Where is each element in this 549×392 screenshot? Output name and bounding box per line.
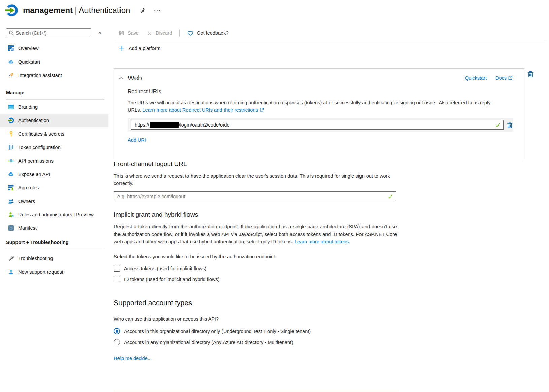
divider (6, 99, 104, 100)
person-check-icon (8, 212, 14, 218)
external-link-icon (260, 108, 264, 112)
next-section-divider (114, 391, 397, 391)
front-channel-section: Front-channel logout URL This is where w… (114, 160, 397, 201)
sidebar-item-label: Authentication (18, 118, 49, 123)
sidebar-item-label: API permissions (18, 158, 54, 164)
save-button[interactable]: Save (118, 30, 139, 36)
heart-icon (187, 30, 194, 36)
support-person-icon (8, 269, 14, 275)
redacted-domain (150, 122, 179, 128)
radio-label: Accounts in any organizational directory… (124, 340, 293, 345)
single-tenant-radio[interactable] (114, 328, 120, 334)
browser-icon: www (8, 104, 14, 110)
sidebar-item-label: Overview (18, 46, 38, 51)
app-name: management (23, 6, 73, 15)
cloud-lightning-icon (8, 59, 14, 65)
platform-title: Web (128, 74, 142, 82)
search-input[interactable] (16, 29, 89, 37)
sidebar-item-label: Quickstart (18, 59, 40, 65)
tokens-learn-more-link[interactable]: Learn more about tokens. (295, 239, 350, 244)
account-types-question: Who can use this application or access t… (114, 315, 397, 323)
discard-button[interactable]: Discard (147, 30, 172, 36)
feedback-label: Got feedback? (197, 30, 228, 36)
page-title: management|Authentication (23, 6, 130, 15)
sidebar-item-overview[interactable]: Overview (0, 42, 108, 55)
sidebar-item-branding[interactable]: www Branding (0, 100, 108, 114)
close-icon (147, 30, 152, 36)
docs-link[interactable]: Docs (495, 75, 507, 81)
id-tokens-checkbox-row[interactable]: ID tokens (used for implicit and hybrid … (114, 276, 397, 282)
quickstart-link[interactable]: Quickstart (465, 75, 487, 81)
chevron-up-icon[interactable] (118, 76, 124, 81)
sliders-icon (8, 144, 14, 150)
sidebar-item-quickstart[interactable]: Quickstart (0, 55, 108, 69)
grid-person-icon (8, 185, 14, 191)
divider (114, 41, 546, 41)
wrench-icon (8, 255, 14, 261)
sidebar-item-troubleshooting[interactable]: Troubleshooting (0, 252, 108, 265)
add-platform-label: Add a platform (129, 46, 160, 51)
braces-icon: { } (8, 225, 14, 231)
multitenant-radio-row[interactable]: Accounts in any organizational directory… (114, 339, 397, 345)
checkbox-label: Access tokens (used for implicit flows) (124, 266, 206, 271)
implicit-grant-section: Implicit grant and hybrid flows Request … (114, 211, 397, 282)
delete-uri-icon[interactable] (506, 121, 513, 129)
sidebar-item-app-roles[interactable]: App roles (0, 181, 108, 194)
front-channel-description: This is where we send a request to have … (114, 172, 397, 187)
sidebar-item-manifest[interactable]: { } Manifest (0, 221, 108, 235)
account-types-section: Supported account types Who can use this… (114, 299, 397, 361)
sidebar-item-owners[interactable]: Owners (0, 194, 108, 208)
svg-text:www: www (9, 107, 13, 109)
redirect-learn-more-link[interactable]: Learn more about Redirect URIs and their… (142, 107, 258, 113)
id-tokens-checkbox[interactable] (114, 276, 120, 282)
external-link-icon (508, 76, 513, 80)
sidebar-item-token-configuration[interactable]: Token configuration (0, 141, 108, 154)
sidebar-item-api-permissions[interactable]: API permissions (0, 154, 108, 168)
select-tokens-label: Select the tokens you would like to be i… (114, 253, 397, 260)
single-tenant-radio-row[interactable]: Accounts in this organizational director… (114, 328, 397, 334)
sidebar-item-label: App roles (18, 185, 39, 190)
sidebar-section-support: Support + Troubleshooting (6, 240, 69, 245)
sidebar-item-label: Manifest (18, 225, 37, 231)
access-tokens-checkbox-row[interactable]: Access tokens (used for implicit flows) (114, 265, 397, 272)
cloud-gears-icon (8, 171, 14, 177)
multitenant-radio[interactable] (114, 339, 120, 345)
feedback-button[interactable]: Got feedback? (187, 30, 228, 36)
implicit-grant-heading: Implicit grant and hybrid flows (114, 211, 397, 218)
help-me-decide-link[interactable]: Help me decide... (114, 356, 152, 361)
divider (6, 249, 104, 249)
checkbox-label: ID tokens (used for implicit and hybrid … (124, 277, 219, 282)
people-icon (8, 198, 14, 204)
sidebar-item-integration-assistant[interactable]: Integration assistant (0, 69, 108, 82)
access-tokens-checkbox[interactable] (114, 265, 120, 272)
collapse-sidebar-button[interactable]: « (98, 30, 101, 36)
save-icon (118, 30, 125, 36)
discard-label: Discard (156, 30, 172, 36)
sidebar-item-label: Integration assistant (18, 73, 62, 78)
grid-icon (8, 45, 14, 51)
front-channel-logout-url-input[interactable] (114, 191, 396, 201)
sidebar-item-roles-and-administrators[interactable]: Roles and administrators | Preview (0, 208, 108, 221)
redirect-uri-input[interactable]: https:///login/oauth2/code/oidc (131, 120, 504, 130)
sidebar-item-label: New support request (18, 269, 63, 275)
valid-check-icon (495, 122, 501, 128)
sidebar-item-label: Branding (18, 104, 38, 110)
sidebar-item-label: Expose an API (18, 172, 50, 177)
add-uri-link[interactable]: Add URI (128, 137, 146, 143)
remove-platform-trash-icon[interactable] (526, 70, 535, 78)
web-platform-card: Web Quickstart Docs Redirect URIs The UR… (114, 68, 524, 159)
implicit-grant-description: Request a token directly from the author… (114, 223, 397, 245)
sidebar-item-expose-an-api[interactable]: Expose an API (0, 168, 108, 181)
sidebar-item-authentication[interactable]: Authentication (0, 114, 108, 127)
sidebar-item-label: Token configuration (18, 145, 61, 150)
sidebar-item-certificates-secrets[interactable]: Certificates & secrets (0, 127, 108, 141)
sidebar-item-new-support-request[interactable]: New support request (0, 265, 108, 279)
more-options-icon[interactable]: ⋯ (153, 7, 160, 14)
uri-prefix: https:// (135, 122, 149, 128)
front-channel-heading: Front-channel logout URL (114, 160, 397, 168)
add-platform-button[interactable]: Add a platform (118, 45, 160, 51)
redirect-uri-row: https:///login/oauth2/code/oidc (128, 118, 513, 132)
pin-icon[interactable] (139, 7, 146, 14)
radio-label: Accounts in this organizational director… (124, 329, 311, 334)
save-label: Save (128, 30, 139, 36)
